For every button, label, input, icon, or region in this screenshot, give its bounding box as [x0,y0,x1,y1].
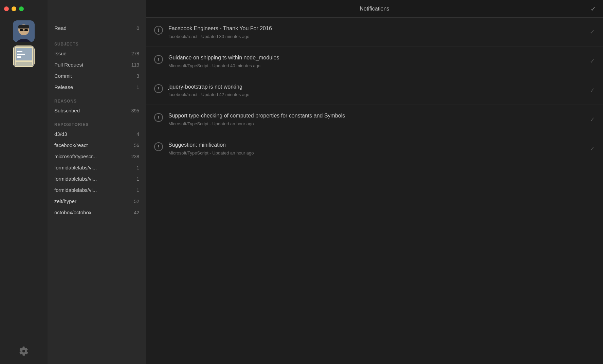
svg-rect-5 [24,29,28,31]
notif-content-4: Support type-checking of computed proper… [168,112,595,126]
notifications-title: Notifications [360,6,389,12]
filter-subscribed[interactable]: Subscribed 395 [48,105,146,116]
filter-repo-formidable3[interactable]: formidablelabs/vi... 1 [48,184,146,196]
fullscreen-button[interactable] [19,6,24,11]
alert-icon-3: ! [154,84,163,93]
svg-rect-11 [17,51,22,52]
filter-pr-count: 113 [131,62,139,68]
alert-icon-1: ! [154,26,163,35]
filter-repo-formidable2-count: 1 [136,176,139,182]
notification-item-5[interactable]: ! Suggestion: minification Microsoft/Typ… [146,134,603,163]
notif-title-3: jquery-bootstrap is not working [168,84,595,91]
filter-repo-formidable3-label: formidablelabs/vi... [54,187,97,193]
notification-item-4[interactable]: ! Support type-checking of computed prop… [146,105,603,134]
notification-list: ! Facebook Engineers - Thank You For 201… [146,18,603,364]
filter-repo-formidable1-count: 1 [136,165,139,170]
notif-subtitle-5: Microsoft/TypeScript - Updated an hour a… [168,150,595,156]
filter-repo-hyper-label: zeit/hyper [54,198,76,204]
filter-repo-typescript[interactable]: microsoft/typescr... 238 [48,151,146,162]
filter-issue-label: Issue [54,51,67,56]
user-avatar[interactable] [13,20,35,42]
notif-subtitle-2: Microsoft/TypeScript - Updated 40 minute… [168,63,595,68]
filter-repo-octobox-label: octobox/octobox [54,210,91,215]
filter-commit-count: 3 [136,73,139,79]
notif-subtitle-1: facebook/react - Updated 30 minutes ago [168,34,595,39]
titlebar [0,0,48,18]
notif-title-5: Suggestion: minification [168,142,595,149]
read-count: 0 [136,25,139,31]
filter-subscribed-label: Subscribed [54,108,80,113]
filter-repo-react-count: 56 [134,143,139,148]
svg-rect-3 [18,25,29,29]
notification-item-2[interactable]: ! Guidance on shipping ts within node_mo… [146,47,603,76]
svg-rect-4 [20,29,23,31]
notif-content-5: Suggestion: minification Microsoft/TypeS… [168,142,595,156]
filter-release-count: 1 [136,85,139,90]
svg-rect-13 [17,56,21,58]
mark-read-button-5[interactable]: ✓ [590,145,595,152]
filter-issue[interactable]: Issue 278 [48,48,146,59]
notif-subtitle-3: facebook/react - Updated 42 minutes ago [168,92,595,97]
notifications-panel: Notifications ✓ ! Facebook Engineers - T… [146,0,603,364]
reasons-section-title: REASONS [48,93,146,105]
filter-repo-formidable2[interactable]: formidablelabs/vi... 1 [48,173,146,184]
filter-repo-d3-label: d3/d3 [54,131,67,137]
read-label: Read [54,25,67,31]
pixel-avatar[interactable] [13,46,35,67]
notification-item-3[interactable]: ! jquery-bootstrap is not working facebo… [146,76,603,105]
filter-repo-formidable3-count: 1 [136,187,139,193]
filter-commit-label: Commit [54,73,72,79]
filter-release-label: Release [54,84,73,90]
filter-pull-request[interactable]: Pull Request 113 [48,59,146,70]
repositories-section-title: REPOSITORIES [48,116,146,128]
notif-content-3: jquery-bootstrap is not working facebook… [168,84,595,97]
notif-subtitle-4: Microsoft/TypeScript - Updated an hour a… [168,121,595,126]
notif-title-1: Facebook Engineers - Thank You For 2016 [168,25,595,32]
svg-rect-10 [16,62,32,66]
mark-read-button-4[interactable]: ✓ [590,116,595,123]
subjects-section-title: SUBJECTS [48,36,146,48]
mark-read-button-2[interactable]: ✓ [590,57,595,65]
filter-repo-hyper-count: 52 [134,199,139,204]
notification-item-1[interactable]: ! Facebook Engineers - Thank You For 201… [146,18,603,47]
filter-repo-formidable1-label: formidablelabs/vi... [54,165,97,170]
avatar-sidebar [0,0,48,364]
filter-repo-d3-count: 4 [136,131,139,137]
filter-repo-formidable2-label: formidablelabs/vi... [54,176,97,182]
notif-content-1: Facebook Engineers - Thank You For 2016 … [168,25,595,39]
alert-icon-2: ! [154,55,163,64]
filter-repo-octobox[interactable]: octobox/octobox 42 [48,207,146,218]
alert-icon-4: ! [154,113,163,122]
read-filter[interactable]: Read 0 [48,20,146,36]
filter-issue-count: 278 [131,51,139,56]
filter-repo-octobox-count: 42 [134,210,139,215]
filter-repo-react[interactable]: facebook/react 56 [48,140,146,151]
filter-commit[interactable]: Commit 3 [48,70,146,81]
alert-icon-5: ! [154,142,163,151]
filter-panel: Read 0 SUBJECTS Issue 278 Pull Request 1… [48,0,146,364]
close-button[interactable] [4,6,9,11]
notifications-header: Notifications ✓ [146,0,603,18]
mark-read-button-1[interactable]: ✓ [590,28,595,36]
filter-repo-typescript-count: 238 [131,154,139,159]
filter-repo-hyper[interactable]: zeit/hyper 52 [48,196,146,207]
filter-repo-react-label: facebook/react [54,142,88,148]
notif-title-2: Guidance on shipping ts within node_modu… [168,54,595,61]
mark-all-read-button[interactable]: ✓ [590,5,596,13]
filter-pr-label: Pull Request [54,62,83,68]
minimize-button[interactable] [12,6,16,11]
filter-repo-d3[interactable]: d3/d3 4 [48,128,146,140]
settings-button[interactable] [19,346,29,357]
filter-repo-formidable1[interactable]: formidablelabs/vi... 1 [48,162,146,173]
notif-title-4: Support type-checking of computed proper… [168,112,595,120]
mark-read-button-3[interactable]: ✓ [590,87,595,94]
filter-release[interactable]: Release 1 [48,81,146,93]
notif-content-2: Guidance on shipping ts within node_modu… [168,54,595,68]
filter-repo-typescript-label: microsoft/typescr... [54,153,97,159]
filter-subscribed-count: 395 [131,108,139,113]
svg-rect-12 [17,54,25,55]
